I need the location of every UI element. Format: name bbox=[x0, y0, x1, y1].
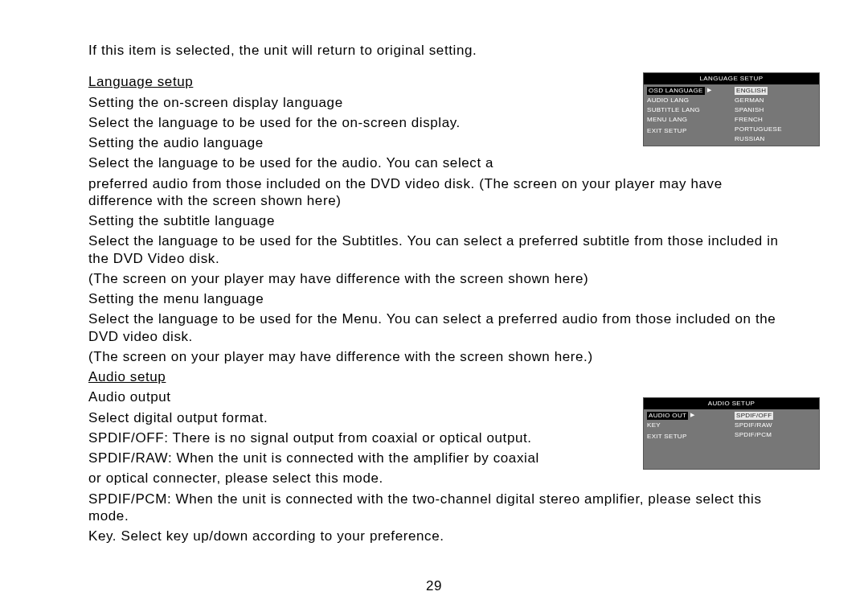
menu-selected-right: ENGLISH bbox=[735, 87, 768, 95]
menu-right-col: SPDIF/OFF SPDIF/RAW SPDIF/PCM bbox=[731, 409, 819, 469]
menu-right-item: SPDIF/RAW bbox=[735, 421, 816, 430]
menu-title: LANGUAGE SETUP bbox=[644, 73, 819, 84]
menu-lang-heading: Setting the menu language bbox=[88, 290, 780, 307]
menu-left-col: OSD LANGUAGE▶ AUDIO LANG SUBTITLE LANG M… bbox=[644, 84, 731, 146]
menu-left-item: OSD LANGUAGE▶ bbox=[647, 86, 728, 96]
menu-title: AUDIO SETUP bbox=[644, 398, 819, 409]
subtitle-body-1: Select the language to be used for the S… bbox=[88, 232, 780, 267]
menu-left-item: EXIT SETUP bbox=[647, 432, 728, 442]
spdif-raw-1: SPDIF/RAW: When the unit is connected wi… bbox=[88, 450, 619, 466]
audio-lang-heading: Setting the audio language bbox=[88, 134, 603, 151]
key-line: Key. Select key up/down according to you… bbox=[88, 528, 780, 544]
menu-right-item: PORTUGUESE bbox=[735, 125, 816, 134]
language-setup-menu: LANGUAGE SETUP OSD LANGUAGE▶ AUDIO LANG … bbox=[643, 72, 820, 146]
menu-right-item: RUSSIAN bbox=[735, 134, 816, 144]
menu-left-item bbox=[647, 443, 728, 445]
menu-selected-left: OSD LANGUAGE bbox=[647, 87, 705, 95]
intro-line: If this item is selected, the unit will … bbox=[88, 42, 780, 59]
menu-right-col: ENGLISH GERMAN SPANISH FRENCH PORTUGUESE… bbox=[731, 84, 819, 146]
menu-left-item: KEY bbox=[647, 421, 728, 430]
audio-lang-body-1: Select the language to be used for the a… bbox=[88, 154, 603, 171]
chevron-right-icon: ▶ bbox=[690, 412, 694, 419]
audio-output-body: Select digital output format. bbox=[88, 409, 619, 426]
spdif-raw-2: or optical connecter, please select this… bbox=[88, 470, 780, 487]
menu-left-col: AUDIO OUT▶ KEY EXIT SETUP bbox=[644, 409, 731, 469]
menu-left-item: AUDIO LANG bbox=[647, 96, 728, 105]
menu-lang-body-1: Select the language to be used for the M… bbox=[88, 310, 780, 345]
audio-lang-body-2: preferred audio from those included on t… bbox=[88, 175, 780, 210]
osd-heading: Setting the on-screen display language bbox=[88, 94, 603, 111]
menu-right-item: ENGLISH bbox=[735, 86, 816, 96]
spdif-pcm: SPDIF/PCM: When the unit is connected wi… bbox=[88, 491, 780, 525]
menu-left-item: EXIT SETUP bbox=[647, 126, 728, 136]
menu-selected-right: SPDIF/OFF bbox=[735, 412, 773, 420]
menu-left-item: AUDIO OUT▶ bbox=[647, 411, 728, 421]
audio-setup-heading: Audio setup bbox=[88, 368, 780, 385]
page-number: 29 bbox=[0, 577, 868, 594]
audio-setup-menu: AUDIO SETUP AUDIO OUT▶ KEY EXIT SETUP SP… bbox=[643, 397, 820, 470]
menu-body: OSD LANGUAGE▶ AUDIO LANG SUBTITLE LANG M… bbox=[644, 84, 819, 146]
menu-right-item: SPDIF/OFF bbox=[735, 411, 816, 421]
spdif-off: SPDIF/OFF: There is no signal output fro… bbox=[88, 429, 619, 446]
osd-body: Select the language to be used for the o… bbox=[88, 114, 603, 131]
subtitle-body-2: (The screen on your player may have diff… bbox=[88, 270, 780, 287]
document-page: If this item is selected, the unit will … bbox=[0, 0, 868, 612]
chevron-right-icon: ▶ bbox=[707, 87, 711, 94]
menu-selected-left: AUDIO OUT bbox=[647, 412, 688, 420]
menu-left-item: MENU LANG bbox=[647, 115, 728, 125]
menu-right-item: GERMAN bbox=[735, 96, 816, 105]
audio-output-heading: Audio output bbox=[88, 388, 619, 405]
menu-body: AUDIO OUT▶ KEY EXIT SETUP SPDIF/OFF SPDI… bbox=[644, 409, 819, 469]
menu-right-item bbox=[735, 443, 816, 445]
menu-right-item: SPANISH bbox=[735, 105, 816, 115]
subtitle-heading: Setting the subtitle language bbox=[88, 212, 780, 229]
menu-left-item: SUBTITLE LANG bbox=[647, 105, 728, 115]
menu-lang-body-2: (The screen on your player may have diff… bbox=[88, 348, 780, 365]
menu-right-item: FRENCH bbox=[735, 115, 816, 125]
menu-right-item: SPDIF/PCM bbox=[735, 430, 816, 440]
